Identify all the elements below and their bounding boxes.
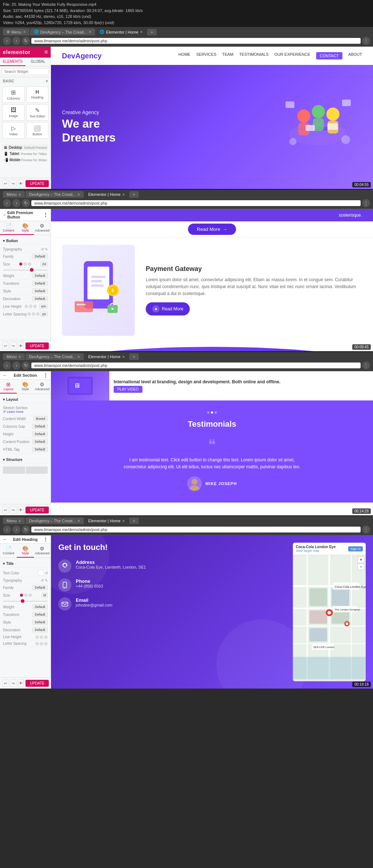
nav-team[interactable]: TEAM [222,52,233,59]
nav-home[interactable]: HOME [178,52,191,59]
browser-tab-menu[interactable]: ⊕ Menu ✕ [3,28,30,35]
size-dot-m[interactable] [28,262,31,266]
back-button-2[interactable]: ‹ [3,199,11,207]
nav-services[interactable]: SERVICES [196,52,216,59]
tab-menu-2[interactable]: Menu✕ [3,191,25,198]
tab-devagency-2[interactable]: DevAgency – The Creati...✕ [25,191,84,198]
content-position-value[interactable]: Default [32,439,48,444]
tab-elementor-2[interactable]: Elementor | Home✕ [85,191,128,198]
back-icon-4[interactable]: ← [3,537,7,542]
size-t-4[interactable] [24,593,28,597]
mobile-mode[interactable]: 📲 Mobile Preview for 360px [2,157,48,163]
undo-button[interactable]: ↩ [2,179,8,187]
address-bar[interactable] [31,38,361,44]
browser-tab-devagency[interactable]: 🌐 DevAgency – The Creati... ✕ [30,28,95,35]
text-color-swatch[interactable] [38,570,44,576]
preview-button-3[interactable]: 👁 [18,506,24,514]
back-button-4[interactable]: ‹ [3,526,11,534]
settings-button-4[interactable]: ⋮ [362,526,370,534]
ls-unit[interactable]: px [40,311,48,317]
widget-image[interactable]: 🖼 Image [2,104,25,121]
read-more-top-button[interactable]: Read More → [188,224,236,235]
column-2-indicator[interactable] [26,466,48,474]
html-tag-value[interactable]: Default [32,447,48,452]
update-button-1[interactable]: UPDATE [25,180,49,187]
style-value-4[interactable]: Default [32,620,48,625]
lh-dot-t[interactable] [29,305,32,308]
ls-dot-d[interactable] [27,312,31,316]
forward-button-2[interactable]: › [12,199,20,207]
refresh-button-2[interactable]: ↻ [22,199,30,207]
columns-gap-value[interactable]: Default [32,424,48,429]
redo-button-2[interactable]: ↪ [10,342,16,350]
widget-columns[interactable]: ⊞ Columns [2,86,25,103]
map-zoom-in[interactable]: + [358,557,364,563]
advanced-tab-3[interactable]: ⚙ Advanced [34,380,51,394]
responsive-preview-button[interactable]: 👁 [18,179,24,187]
size-dot-d[interactable] [19,262,23,266]
close-tab-icon[interactable]: ✕ [77,355,80,359]
nav-testimonials[interactable]: TESTIMONIALS [239,52,269,59]
style-tab-4[interactable]: 🎨 Style [17,544,34,558]
ls-d-4[interactable] [35,642,39,646]
sidebar-back-icon[interactable]: ← [3,212,7,217]
undo-button-2[interactable]: ↩ [2,342,8,350]
redo-button-4[interactable]: ↪ [10,679,16,687]
size-d-4[interactable] [20,593,23,597]
undo-button-4[interactable]: ↩ [2,679,8,687]
forward-button[interactable]: › [12,37,20,45]
lh-dot-d[interactable] [24,305,28,308]
content-tab-4[interactable]: 📄 Content [0,544,17,558]
close-tab-icon[interactable]: ✕ [23,30,26,34]
family-value[interactable]: Default [32,254,48,259]
sidebar-settings-icon[interactable]: ⋮ [43,212,48,217]
widget-video[interactable]: ▷ Video [2,122,25,139]
close-tab-icon[interactable]: ✕ [18,519,21,523]
update-button-3[interactable]: UPDATE [25,507,49,514]
tab-new-2[interactable]: + [129,191,139,198]
size-dot-t[interactable] [23,262,27,266]
menu-icon-3[interactable]: ⋮ [43,373,48,378]
nav-about[interactable]: ABOUT [348,52,362,59]
tab-elementor-3[interactable]: Elementor | Home✕ [85,353,128,360]
edit-tab-advanced[interactable]: ⚙ Advanced [34,221,51,235]
layout-tab[interactable]: ⊞ Layout [0,380,17,394]
tab-devagency-4[interactable]: DevAgency – The Creati...✕ [25,518,84,524]
play-video-button[interactable]: PLAY VIDEO [114,386,142,393]
close-tab-icon[interactable]: ✕ [122,519,125,523]
back-button-3[interactable]: ‹ [3,361,11,369]
edit-tab-style[interactable]: 🎨 Style [17,221,34,235]
undo-button-3[interactable]: ↩ [2,506,8,514]
stretch-toggle[interactable]: ↺ Learn more [3,410,24,414]
edit-typography-icon[interactable]: ✎ [45,247,48,251]
style-value[interactable]: Default [32,288,48,294]
tab-menu-3[interactable]: Menu✕ [3,353,25,360]
update-button-4[interactable]: UPDATE [25,680,49,687]
style-tab-3[interactable]: 🎨 Style [17,380,34,394]
refresh-button[interactable]: ↻ [22,37,30,45]
close-tab-icon[interactable]: ✕ [122,355,125,359]
tab-devagency-3[interactable]: DevAgency – The Creati...✕ [25,353,84,360]
address-bar-3[interactable] [31,363,361,368]
preview-button-4[interactable]: 👁 [18,679,24,687]
settings-button[interactable]: ⋮ [362,37,370,45]
tab-elementor-4[interactable]: Elementor | Home✕ [85,518,128,524]
edit-tab-content[interactable]: 📄 Content [0,221,17,235]
address-bar-4[interactable] [31,527,361,532]
desktop-mode[interactable]: 🖥 Desktop Default Preview [2,144,48,151]
refresh-icon-4[interactable]: ↺ [41,578,44,582]
tab-new-3[interactable]: + [129,353,139,360]
widget-search-input[interactable] [2,68,49,75]
forward-button-4[interactable]: › [12,526,20,534]
nav-experience[interactable]: OUR EXPERIENCE [274,52,310,59]
address-bar-2[interactable] [31,200,361,206]
transform-value-4[interactable]: Default [32,612,48,617]
tab-new-4[interactable]: + [129,518,139,524]
tab-menu-4[interactable]: Menu✕ [3,518,25,524]
column-1-indicator[interactable] [3,466,25,474]
widget-button[interactable]: ⬜ Button [26,122,49,139]
tab-elements[interactable]: ELEMENTS [0,58,25,66]
forward-button-3[interactable]: › [12,361,20,369]
advanced-tab-4[interactable]: ⚙ Advanced [34,544,51,558]
lh-dot-m[interactable] [33,305,37,308]
